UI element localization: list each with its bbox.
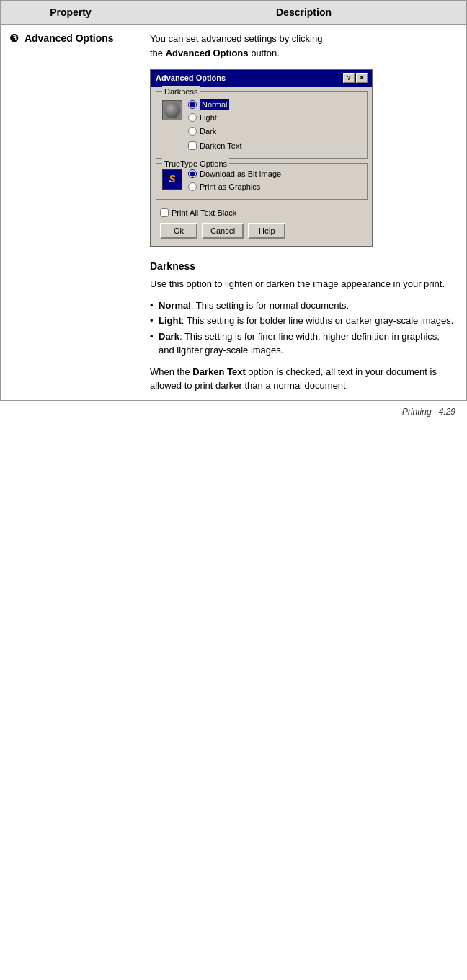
radio-normal-row: Normal [188, 99, 242, 111]
description-cell: You can set advanced settings by clickin… [141, 25, 467, 401]
radio-print-graphics-row: Print as Graphics [188, 181, 281, 193]
dialog-titlebar: Advanced Options ? ✕ [151, 70, 372, 87]
doc-table: Property Description ❸ Advanced Options … [0, 0, 467, 401]
radio-dark[interactable] [188, 127, 197, 136]
page-footer: Printing 4.29 [0, 401, 467, 423]
bullet-light-text: : This setting is for bolder line widths… [182, 315, 454, 326]
footer-page-number: 4.29 [439, 407, 455, 417]
radio-light-row: Light [188, 112, 242, 124]
bullet-normal-bold: Normal [159, 300, 191, 311]
darken-text-checkbox[interactable] [188, 141, 197, 150]
bullet-light: Light: This setting is for bolder line w… [150, 314, 458, 328]
footer-label-text: Printing [402, 407, 432, 417]
darken-text-label: Darken Text [200, 140, 242, 152]
print-black-label: Print All Text Black [172, 207, 236, 219]
radio-light[interactable] [188, 113, 197, 122]
col-header-property: Property [1, 1, 141, 25]
radio-dark-label: Dark [200, 125, 216, 138]
darkness-radio-group: Normal Light [188, 99, 242, 138]
radio-download-bit[interactable] [188, 169, 197, 178]
truetype-group: TrueType Options S Download as Bit Image [156, 163, 368, 200]
intro-bold: Advanced Options [166, 48, 249, 58]
darken-text-note: When the Darken Text option is checked, … [150, 365, 458, 393]
intro-text: You can set advanced settings by clickin… [150, 32, 458, 60]
intro-prefix: the [150, 48, 166, 58]
page-container: Property Description ❸ Advanced Options … [0, 0, 467, 980]
dialog-body: Darkness Nor [151, 87, 372, 247]
print-black-row: Print All Text Black [156, 204, 368, 221]
darkness-icon [162, 100, 182, 120]
titlebar-buttons: ? ✕ [343, 73, 368, 83]
bullet-dark-bold: Dark [159, 331, 179, 342]
radio-dark-row: Dark [188, 125, 242, 138]
darkness-group-label: Darkness [162, 86, 200, 98]
property-cell: ❸ Advanced Options [1, 25, 141, 401]
bullet-dark-text: : This setting is for finer line width, … [159, 331, 440, 356]
bullet-light-bold: Light [159, 315, 182, 326]
bullet-dark: Dark: This setting is for finer line wid… [150, 330, 458, 358]
darken-note-bold: Darken Text [192, 366, 245, 377]
darkness-bullet-list: Normal: This setting is for normal docum… [150, 299, 458, 358]
intro-suffix: button. [249, 48, 280, 58]
dialog-help-button[interactable]: ? [343, 73, 355, 83]
darkness-section-title: Darkness [150, 259, 458, 274]
print-black-checkbox[interactable] [160, 208, 169, 217]
bullet-normal-text: : This setting is for normal documents. [191, 300, 349, 311]
darkness-group: Darkness Nor [156, 91, 368, 159]
radio-print-graphics-label: Print as Graphics [200, 181, 260, 193]
dialog-title: Advanced Options [156, 72, 226, 84]
radio-print-graphics[interactable] [188, 182, 197, 191]
truetype-group-label: TrueType Options [162, 158, 229, 170]
property-number: ❸ [9, 32, 19, 44]
cancel-button[interactable]: Cancel [202, 223, 244, 239]
darkness-options-container: Normal Light [188, 99, 242, 152]
col-header-description: Description [141, 1, 467, 25]
property-title: Advanced Options [25, 32, 114, 44]
darkness-section-body: Use this option to lighten or darken the… [150, 277, 458, 291]
help-button[interactable]: Help [248, 223, 285, 239]
ok-button[interactable]: Ok [160, 223, 197, 239]
radio-normal-label: Normal [200, 99, 229, 111]
bullet-normal: Normal: This setting is for normal docum… [150, 299, 458, 313]
darken-note-prefix: When the [150, 366, 192, 377]
dialog-footer: Ok Cancel Help [156, 220, 368, 242]
darkness-group-content: Normal Light [162, 99, 361, 152]
table-row: ❸ Advanced Options You can set advanced … [1, 25, 467, 401]
truetype-icon: S [162, 169, 182, 190]
truetype-radio-group: Download as Bit Image Print as Graphics [188, 168, 281, 193]
intro-line1: You can set advanced settings by clickin… [150, 33, 322, 44]
dialog-close-button[interactable]: ✕ [356, 73, 368, 83]
darkness-icon-inner [164, 102, 180, 118]
radio-light-label: Light [200, 112, 217, 124]
advanced-options-dialog: Advanced Options ? ✕ Darkness [150, 69, 373, 247]
footer-label: Printing 4.29 [402, 407, 455, 417]
darken-text-row: Darken Text [188, 140, 242, 152]
radio-normal[interactable] [188, 100, 197, 109]
truetype-group-content: S Download as Bit Image Prin [162, 168, 361, 193]
